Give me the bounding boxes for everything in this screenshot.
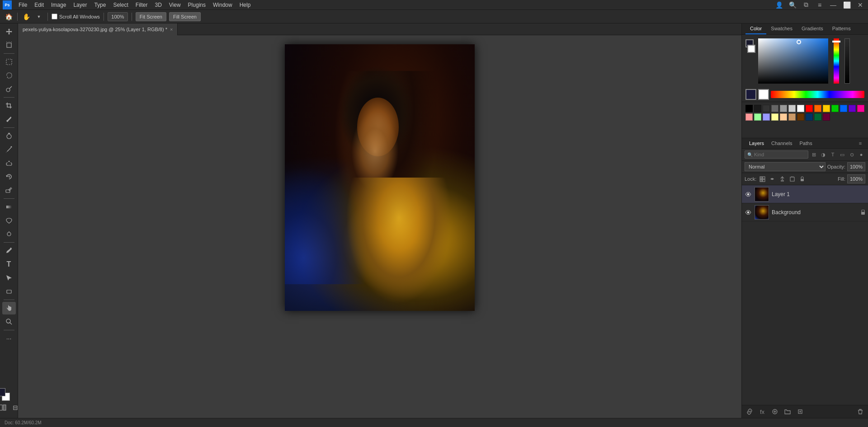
- layers-menu-icon[interactable]: ≡: [856, 139, 864, 147]
- swatch-2[interactable]: [763, 105, 770, 112]
- hand-tool[interactable]: [2, 302, 16, 314]
- paths-tab[interactable]: Paths: [796, 138, 816, 148]
- swatch-3[interactable]: [771, 105, 778, 112]
- swatch-peach[interactable]: [780, 113, 787, 121]
- more-tools-btn[interactable]: ···: [2, 332, 16, 345]
- filter-smartobj-icon[interactable]: ⊙: [848, 150, 856, 159]
- layers-panel-menu-btn[interactable]: ≡: [856, 139, 864, 147]
- color-tab[interactable]: Color: [745, 23, 766, 34]
- document-tab[interactable]: pexels-yuliya-kosolapova-3270230.jpg @ 2…: [18, 23, 178, 35]
- path-selection-tool[interactable]: [2, 272, 16, 284]
- fit-screen-button[interactable]: Fit Screen: [136, 12, 166, 21]
- new-group-btn[interactable]: [783, 407, 793, 416]
- layer-filter-box[interactable]: 🔍: [745, 150, 808, 159]
- minimize-icon[interactable]: —: [828, 0, 838, 10]
- canvas-viewport[interactable]: [18, 35, 741, 418]
- brush-tool[interactable]: [2, 143, 16, 156]
- arrange-windows-icon[interactable]: ⧉: [801, 0, 811, 10]
- layers-tab[interactable]: Layers: [745, 138, 768, 148]
- lock-transparent-btn[interactable]: [758, 175, 766, 183]
- pen-tool[interactable]: [2, 244, 16, 257]
- foreground-color-swatch[interactable]: [0, 388, 5, 396]
- clone-stamp-tool[interactable]: [2, 157, 16, 169]
- delete-layer-btn[interactable]: [855, 407, 865, 416]
- new-layer-btn[interactable]: [795, 407, 805, 416]
- menu-image[interactable]: Image: [48, 1, 69, 9]
- quick-select-tool[interactable]: [2, 83, 16, 95]
- swatch-pink[interactable]: [857, 105, 864, 112]
- swatch-1[interactable]: [754, 105, 761, 112]
- swatch-purple[interactable]: [849, 105, 856, 112]
- swatch-white[interactable]: [797, 105, 804, 112]
- fill-screen-button[interactable]: Fill Screen: [169, 12, 201, 21]
- add-effect-btn[interactable]: fx: [757, 407, 767, 416]
- swatch-lightpink[interactable]: [745, 113, 753, 121]
- swatch-darkgreen[interactable]: [814, 113, 821, 121]
- menu-layer[interactable]: Layer: [70, 1, 90, 9]
- layer-item-1[interactable]: Layer 1: [742, 185, 868, 203]
- dodge-tool[interactable]: [2, 228, 16, 240]
- menu-file[interactable]: File: [15, 1, 30, 9]
- menu-filter[interactable]: Filter: [132, 1, 151, 9]
- type-tool[interactable]: T: [2, 258, 16, 271]
- filter-toggle-icon[interactable]: ●: [857, 150, 865, 159]
- swatch-lightgreen[interactable]: [754, 113, 761, 121]
- quick-mask-mode-btn[interactable]: [0, 403, 8, 413]
- bg-mini-swatch[interactable]: [747, 45, 755, 53]
- crop-tool[interactable]: [2, 99, 16, 112]
- maximize-icon[interactable]: ⬜: [842, 0, 852, 10]
- menu-plugins[interactable]: Plugins: [185, 1, 209, 9]
- document-tab-close[interactable]: ×: [170, 27, 173, 32]
- spectrum-rainbow-bar[interactable]: [771, 91, 864, 98]
- fill-input[interactable]: [847, 174, 865, 183]
- history-brush-tool[interactable]: [2, 170, 16, 183]
- spot-heal-tool[interactable]: [2, 130, 16, 142]
- swatch-orange[interactable]: [814, 105, 821, 112]
- home-icon[interactable]: 🏠: [4, 12, 14, 22]
- filter-shape-icon[interactable]: ▭: [838, 150, 846, 159]
- fg-color-swatch[interactable]: [745, 89, 756, 100]
- background-visibility[interactable]: [745, 209, 752, 216]
- swatch-black[interactable]: [745, 105, 753, 112]
- filter-pixel-icon[interactable]: ⊞: [810, 150, 818, 159]
- swatch-tan[interactable]: [788, 113, 796, 121]
- rectangular-marquee-tool[interactable]: [2, 56, 16, 68]
- hand-options-icon[interactable]: ✋: [21, 12, 31, 22]
- layer-item-background[interactable]: Background: [742, 203, 868, 221]
- menu-select[interactable]: Select: [110, 1, 131, 9]
- filter-type-icon[interactable]: T: [829, 150, 837, 159]
- lock-position-btn[interactable]: [778, 175, 786, 183]
- swatch-red[interactable]: [806, 105, 813, 112]
- zoom-input[interactable]: [108, 12, 128, 21]
- search-icon[interactable]: 🔍: [788, 0, 797, 10]
- patterns-tab[interactable]: Patterns: [828, 23, 855, 34]
- color-gradient-picker[interactable]: [758, 38, 828, 84]
- link-layers-btn[interactable]: [745, 407, 755, 416]
- zoom-tool[interactable]: [2, 315, 16, 328]
- lock-image-btn[interactable]: [768, 175, 776, 183]
- menu-view[interactable]: View: [166, 1, 184, 9]
- close-icon[interactable]: ✕: [855, 0, 865, 10]
- menu-edit[interactable]: Edit: [31, 1, 47, 9]
- hand-dropdown-icon[interactable]: ▼: [34, 12, 44, 22]
- shape-tool[interactable]: [2, 285, 16, 298]
- swatch-yellow[interactable]: [823, 105, 830, 112]
- lasso-tool[interactable]: [2, 69, 16, 82]
- gradient-tool[interactable]: [2, 201, 16, 213]
- move-tool[interactable]: [2, 25, 16, 38]
- menu-3d[interactable]: 3D: [151, 1, 165, 9]
- lock-artboard-btn[interactable]: [788, 175, 796, 183]
- filter-adjustment-icon[interactable]: ◑: [819, 150, 827, 159]
- hue-slider[interactable]: [834, 38, 839, 84]
- scroll-all-windows-checkbox[interactable]: [52, 14, 57, 19]
- menu-help[interactable]: Help: [236, 1, 254, 9]
- scroll-all-windows-label[interactable]: Scroll All Windows: [52, 14, 100, 19]
- gradients-tab[interactable]: Gradients: [797, 23, 828, 34]
- blend-mode-select[interactable]: Normal Dissolve Multiply Screen Overlay: [745, 162, 826, 171]
- eraser-tool[interactable]: [2, 184, 16, 197]
- swatch-lightblue[interactable]: [763, 113, 770, 121]
- alpha-slider[interactable]: [844, 38, 850, 84]
- more-options-icon[interactable]: ≡: [815, 0, 825, 10]
- swatch-4[interactable]: [780, 105, 787, 112]
- swatch-green[interactable]: [831, 105, 839, 112]
